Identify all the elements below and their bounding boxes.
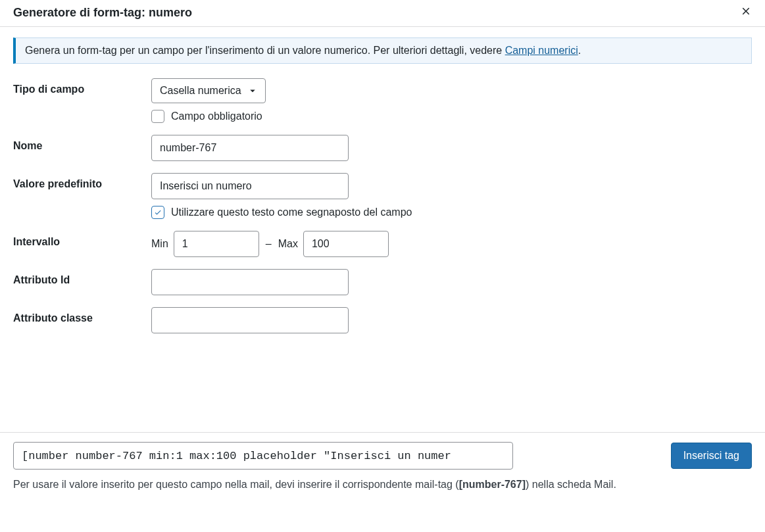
hint-before: Per usare il valore inserito per questo … (13, 479, 459, 490)
hint-after: ) nella scheda Mail. (526, 479, 616, 490)
placeholder-checkbox-row[interactable]: Utilizzare questo testo come segnaposto … (151, 206, 752, 219)
info-notice: Genera un form-tag per un campo per l'in… (13, 37, 752, 64)
row-field-type: Tipo di campo Casella numerica Campo obb… (13, 78, 752, 123)
modal-footer: Inserisci tag Per usare il valore inseri… (0, 432, 765, 504)
name-input[interactable] (151, 135, 349, 161)
modal: Generatore di form-tag: numero Genera un… (0, 0, 765, 504)
label-default: Valore predefinito (13, 173, 151, 190)
id-attr-input[interactable] (151, 269, 349, 295)
generated-tag-output[interactable] (13, 442, 513, 470)
label-class-attr: Attributo classe (13, 307, 151, 324)
max-label: Max (278, 238, 298, 250)
row-name: Nome (13, 135, 752, 161)
notice-text: Genera un form-tag per un campo per l'in… (25, 45, 505, 56)
row-id-attr: Attributo Id (13, 269, 752, 295)
label-name: Nome (13, 135, 151, 152)
field-type-selected: Casella numerica (160, 85, 241, 97)
label-id-attr: Attributo Id (13, 269, 151, 286)
required-label: Campo obbligatorio (171, 110, 262, 122)
modal-header: Generatore di form-tag: numero (0, 0, 765, 27)
class-attr-input[interactable] (151, 307, 349, 333)
modal-body: Genera un form-tag per un campo per l'in… (0, 27, 765, 333)
row-class-attr: Attributo classe (13, 307, 752, 333)
range-separator: – (264, 238, 273, 250)
default-value-input[interactable] (151, 173, 349, 199)
notice-link[interactable]: Campi numerici (505, 45, 578, 56)
max-input[interactable] (303, 231, 389, 257)
placeholder-label: Utilizzare questo testo come segnaposto … (171, 206, 412, 218)
footer-hint: Per usare il valore inserito per questo … (13, 479, 752, 491)
required-checkbox[interactable] (151, 110, 164, 123)
insert-tag-button[interactable]: Inserisci tag (671, 443, 752, 469)
close-icon[interactable] (737, 5, 754, 20)
label-field-type: Tipo di campo (13, 78, 151, 95)
notice-text-after: . (578, 45, 581, 56)
modal-title: Generatore di form-tag: numero (13, 6, 192, 20)
placeholder-checkbox[interactable] (151, 206, 164, 219)
chevron-down-icon (247, 85, 259, 97)
hint-mail-tag: [number-767] (459, 479, 526, 490)
min-label: Min (151, 238, 168, 250)
row-default: Valore predefinito Utilizzare questo tes… (13, 173, 752, 219)
field-type-select[interactable]: Casella numerica (151, 78, 266, 103)
required-checkbox-row[interactable]: Campo obbligatorio (151, 110, 752, 123)
label-range: Intervallo (13, 231, 151, 248)
min-input[interactable] (174, 231, 259, 257)
row-range: Intervallo Min – Max (13, 231, 752, 257)
